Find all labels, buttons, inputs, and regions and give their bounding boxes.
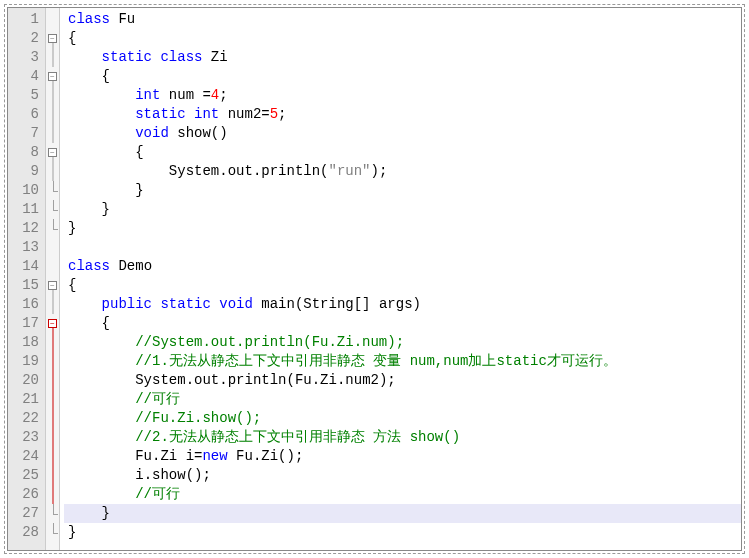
fold-marker[interactable]: − [46,143,59,162]
line-number: 17 [12,314,39,333]
code-line[interactable]: int num =4; [64,86,741,105]
fold-marker [46,523,59,542]
line-number: 4 [12,67,39,86]
fold-marker[interactable]: − [46,67,59,86]
fold-marker [46,105,59,124]
line-number: 21 [12,390,39,409]
line-number: 19 [12,352,39,371]
code-line[interactable]: { [64,29,741,48]
code-line[interactable]: System.out.println(Fu.Zi.num2); [64,371,741,390]
fold-marker [46,219,59,238]
line-number: 8 [12,143,39,162]
fold-marker [46,10,59,29]
line-number: 26 [12,485,39,504]
code-line[interactable]: { [64,314,741,333]
line-number: 27 [12,504,39,523]
fold-toggle-icon[interactable]: − [48,319,57,328]
fold-marker [46,200,59,219]
fold-marker [46,162,59,181]
code-line[interactable]: } [64,181,741,200]
fold-marker [46,409,59,428]
code-line[interactable]: static int num2=5; [64,105,741,124]
fold-marker [46,86,59,105]
code-area[interactable]: class Fu{ static class Zi { int num =4; … [60,8,741,550]
line-number: 9 [12,162,39,181]
code-line[interactable]: //可行 [64,390,741,409]
editor-frame: 1234567891011121314151617181920212223242… [4,4,745,554]
code-line[interactable]: } [64,200,741,219]
fold-marker[interactable]: − [46,29,59,48]
fold-toggle-icon[interactable]: − [48,148,57,157]
line-number: 14 [12,257,39,276]
line-number: 11 [12,200,39,219]
line-number: 1 [12,10,39,29]
line-number: 10 [12,181,39,200]
line-number: 25 [12,466,39,485]
code-line[interactable]: static class Zi [64,48,741,67]
line-number: 28 [12,523,39,542]
fold-marker [46,390,59,409]
line-number: 3 [12,48,39,67]
code-line[interactable]: class Demo [64,257,741,276]
code-line[interactable]: //2.无法从静态上下文中引用非静态 方法 show() [64,428,741,447]
fold-column[interactable]: −−−−− [46,8,60,550]
fold-marker [46,124,59,143]
code-line[interactable]: //Fu.Zi.show(); [64,409,741,428]
fold-marker [46,447,59,466]
code-line[interactable]: Fu.Zi i=new Fu.Zi(); [64,447,741,466]
line-number: 22 [12,409,39,428]
line-number: 2 [12,29,39,48]
code-line[interactable]: { [64,67,741,86]
code-line[interactable]: //System.out.println(Fu.Zi.num); [64,333,741,352]
code-line[interactable]: } [64,219,741,238]
fold-marker [46,238,59,257]
line-number: 6 [12,105,39,124]
code-line[interactable]: System.out.println("run"); [64,162,741,181]
line-number: 23 [12,428,39,447]
fold-marker [46,466,59,485]
code-editor[interactable]: 1234567891011121314151617181920212223242… [7,7,742,551]
code-line[interactable]: void show() [64,124,741,143]
fold-marker [46,48,59,67]
line-number: 15 [12,276,39,295]
fold-marker [46,485,59,504]
code-line[interactable]: i.show(); [64,466,741,485]
fold-toggle-icon[interactable]: − [48,72,57,81]
line-number-gutter: 1234567891011121314151617181920212223242… [8,8,46,550]
line-number: 13 [12,238,39,257]
fold-marker [46,371,59,390]
code-line[interactable]: public static void main(String[] args) [64,295,741,314]
fold-marker [46,181,59,200]
code-line[interactable]: //1.无法从静态上下文中引用非静态 变量 num,num加上static才可运… [64,352,741,371]
fold-marker [46,352,59,371]
fold-marker [46,428,59,447]
line-number: 12 [12,219,39,238]
fold-toggle-icon[interactable]: − [48,34,57,43]
code-line[interactable]: //可行 [64,485,741,504]
code-line[interactable]: class Fu [64,10,741,29]
fold-toggle-icon[interactable]: − [48,281,57,290]
fold-marker[interactable]: − [46,276,59,295]
fold-marker [46,257,59,276]
line-number: 18 [12,333,39,352]
line-number: 7 [12,124,39,143]
line-number: 16 [12,295,39,314]
line-number: 20 [12,371,39,390]
fold-marker[interactable]: − [46,314,59,333]
fold-marker [46,504,59,523]
code-line[interactable]: { [64,276,741,295]
line-number: 5 [12,86,39,105]
line-number: 24 [12,447,39,466]
fold-marker [46,333,59,352]
fold-marker [46,295,59,314]
code-line[interactable]: } [64,504,741,523]
code-line[interactable] [64,238,741,257]
code-line[interactable]: { [64,143,741,162]
code-line[interactable]: } [64,523,741,542]
